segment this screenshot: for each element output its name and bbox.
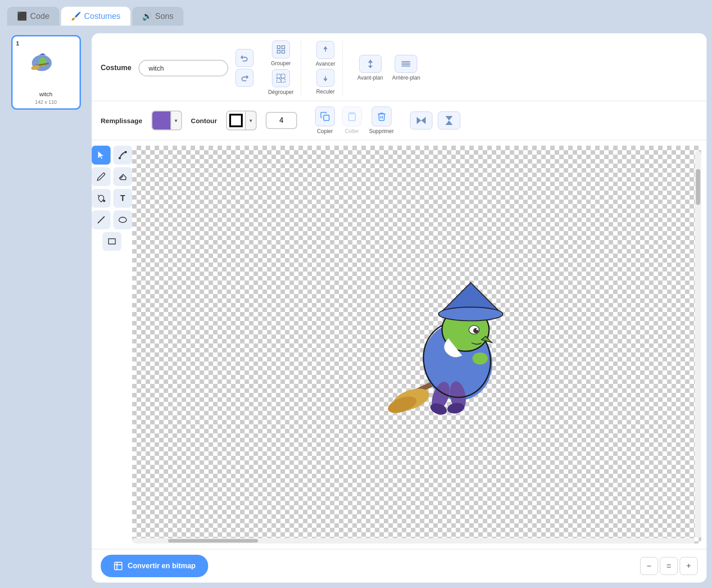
svg-marker-26 [417, 117, 421, 124]
reculer-icon [316, 69, 334, 87]
svg-marker-17 [368, 59, 372, 62]
ungroup-row: Dégrouper [268, 69, 294, 95]
tool-rect[interactable] [102, 232, 121, 251]
supprimer-label: Supprimer [369, 128, 394, 134]
svg-point-31 [125, 151, 126, 153]
svg-rect-25 [350, 112, 353, 114]
svg-rect-7 [282, 46, 285, 49]
coller-icon [342, 107, 362, 126]
canvas-checker [132, 146, 701, 543]
svg-rect-12 [277, 79, 280, 82]
sons-icon: 🔊 [142, 11, 152, 21]
drawing-canvas[interactable] [132, 146, 701, 543]
fill-stroke-row: Remplissage ▼ Contour ▼ [92, 101, 707, 140]
action-buttons: Copier Coller [315, 107, 394, 134]
fill-dropdown-button[interactable]: ▼ [171, 111, 182, 130]
zoom-out-button[interactable]: − [640, 557, 658, 575]
tool-text[interactable]: T [113, 189, 132, 208]
avant-plan-icon [359, 55, 382, 73]
copier-button[interactable]: Copier [315, 107, 335, 134]
svg-marker-14 [323, 46, 327, 49]
avancer-label: Avancer [316, 61, 335, 67]
costume-controls: Costume [92, 33, 707, 101]
tool-select[interactable] [92, 146, 111, 165]
zoom-controls: − = + [640, 557, 698, 575]
tool-node[interactable] [113, 146, 132, 165]
convert-btn-label: Convertir en bitmap [128, 562, 196, 570]
witch-illustration [355, 259, 535, 430]
tool-row-1 [92, 146, 132, 165]
svg-rect-13 [281, 79, 285, 82]
vertical-scrollbar[interactable] [695, 151, 701, 538]
contour-dropdown-button[interactable]: ▼ [246, 111, 257, 130]
svg-line-34 [98, 217, 105, 223]
main-layout: 1 witch 142 x 110 [0, 28, 712, 588]
h-scrollbar-thumb [168, 539, 258, 543]
undo-redo-group [236, 49, 254, 87]
costume-size-label: 142 x 110 [35, 99, 57, 105]
layer-section: Avant-plan Arrière-plan [350, 55, 427, 81]
svg-marker-28 [445, 116, 453, 120]
svg-point-58 [439, 307, 503, 321]
svg-point-35 [119, 217, 127, 223]
tool-line[interactable] [92, 210, 111, 229]
tool-row-3: T [92, 189, 132, 208]
convert-bitmap-button[interactable]: Convertir en bitmap [101, 555, 208, 577]
undo-button[interactable] [236, 49, 254, 67]
tab-costumes[interactable]: 🖌️ Costumes [61, 7, 130, 26]
svg-marker-19 [368, 66, 372, 68]
tab-code[interactable]: ⬛ Code [7, 7, 59, 26]
zoom-in-button[interactable]: + [680, 557, 698, 575]
degrouper-button[interactable]: Dégrouper [268, 69, 294, 95]
degrouper-label: Dégrouper [268, 89, 294, 95]
svg-rect-6 [277, 46, 280, 49]
tab-bar: ⬛ Code 🖌️ Costumes 🔊 Sons [0, 0, 712, 28]
tool-row-5 [102, 232, 121, 251]
costume-name-input[interactable] [138, 60, 228, 76]
avancer-button[interactable]: Avancer [316, 41, 335, 67]
reculer-button[interactable]: Reculer [316, 69, 334, 95]
tool-ellipse[interactable] [113, 210, 132, 229]
costume-number: 1 [16, 40, 19, 47]
supprimer-button[interactable]: Supprimer [369, 107, 394, 134]
avancer-icon [316, 41, 334, 59]
avant-plan-button[interactable]: Avant-plan [357, 55, 383, 81]
horizontal-scrollbar[interactable] [132, 538, 695, 543]
order-section: Avancer Reculer [308, 41, 343, 95]
svg-point-53 [476, 328, 478, 330]
stroke-width-input[interactable] [266, 112, 297, 129]
svg-marker-15 [323, 79, 327, 81]
grouper-button[interactable]: Grouper [271, 40, 291, 67]
arriere-plan-button[interactable]: Arrière-plan [392, 55, 420, 81]
svg-marker-27 [421, 117, 426, 124]
contour-color-swatch[interactable] [226, 111, 246, 130]
fill-color-swatch[interactable] [151, 111, 171, 130]
zoom-reset-button[interactable]: = [660, 557, 678, 575]
v-scrollbar-thumb [696, 169, 700, 205]
costume-item[interactable]: 1 witch 142 x 110 [11, 35, 81, 110]
flip-section [410, 111, 460, 129]
svg-point-33 [103, 200, 105, 202]
tool-eraser[interactable] [113, 167, 132, 186]
coller-button[interactable]: Coller [342, 107, 362, 134]
degrouper-icon [272, 69, 290, 87]
coller-label: Coller [345, 128, 359, 134]
code-icon: ⬛ [17, 11, 27, 21]
tool-row-4 [92, 210, 132, 229]
text-tool-icon: T [120, 194, 125, 203]
tab-sons[interactable]: 🔊 Sons [132, 7, 183, 26]
grouper-icon [272, 40, 290, 58]
tool-fill[interactable] [92, 189, 111, 208]
costume-name-label: witch [39, 91, 53, 98]
costumes-icon: 🖌️ [71, 11, 81, 21]
svg-marker-1 [39, 53, 46, 55]
order-up-row: Avancer [316, 41, 335, 67]
redo-button[interactable] [236, 69, 254, 87]
svg-rect-36 [109, 239, 116, 244]
grouper-label: Grouper [271, 60, 291, 67]
tool-pencil[interactable] [92, 167, 111, 186]
fill-label: Remplissage [101, 117, 142, 125]
tab-costumes-label: Costumes [84, 12, 120, 21]
flip-vertical-button[interactable] [438, 111, 460, 129]
flip-horizontal-button[interactable] [410, 111, 432, 129]
